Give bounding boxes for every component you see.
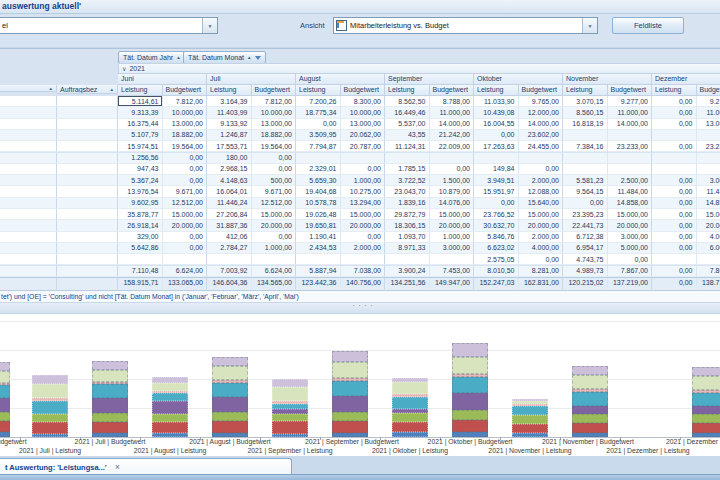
pivot-cell[interactable] xyxy=(652,130,697,141)
pivot-cell[interactable]: 8.971,33 xyxy=(385,243,430,254)
pivot-cell[interactable]: 146.604,36 xyxy=(207,278,252,290)
pivot-cell[interactable] xyxy=(207,254,252,265)
pivot-cell[interactable]: 15.000,00 xyxy=(163,209,208,220)
pivot-cell[interactable]: 12.000,00 xyxy=(519,107,564,118)
pivot-cell[interactable]: 2.329,01 xyxy=(296,164,341,175)
row-header-cell[interactable] xyxy=(0,220,57,231)
row-header-cell[interactable] xyxy=(57,96,118,107)
pivot-cell[interactable]: 3.509,95 xyxy=(296,130,341,141)
pivot-cell[interactable]: 0,00 xyxy=(252,232,297,243)
pivot-cell[interactable]: 5.659,30 xyxy=(296,175,341,186)
pivot-cell[interactable]: 16.004,55 xyxy=(474,119,519,130)
pivot-cell[interactable]: 5.114,61 xyxy=(118,96,163,107)
month-header[interactable]: August xyxy=(296,74,385,85)
chart-bar[interactable] xyxy=(152,377,188,437)
chart-bar[interactable] xyxy=(572,366,608,437)
pivot-cell[interactable]: 500,00 xyxy=(252,175,297,186)
measure-header[interactable]: Budgetwert xyxy=(519,85,564,96)
row-header-cell[interactable] xyxy=(57,141,118,152)
pivot-cell[interactable]: 19.564,00 xyxy=(163,141,208,152)
row-header-cell[interactable] xyxy=(0,164,57,175)
pivot-cell[interactable]: 10.000,00 xyxy=(341,107,386,118)
pivot-cell[interactable]: 20.062,00 xyxy=(341,130,386,141)
month-header[interactable]: September xyxy=(385,74,474,85)
pivot-cell[interactable]: 10.439,08 xyxy=(474,107,519,118)
pivot-cell[interactable]: 0,00 xyxy=(296,119,341,130)
pivot-cell[interactable]: 2.434,53 xyxy=(296,243,341,254)
pivot-cell[interactable]: 7.110,48 xyxy=(118,266,163,277)
pivot-cell[interactable] xyxy=(385,153,430,164)
pivot-cell[interactable]: 30.632,70 xyxy=(474,220,519,231)
pivot-cell[interactable]: 20.000,00 xyxy=(430,220,475,231)
pivot-cell[interactable]: 10.275,00 xyxy=(341,186,386,197)
row-header-cell[interactable] xyxy=(0,209,57,220)
measure-header[interactable]: Budgetwert xyxy=(430,85,475,96)
pivot-cell[interactable]: 8.300,00 xyxy=(341,96,386,107)
pivot-cell[interactable]: 7.038,00 xyxy=(341,266,386,277)
row-header-cell[interactable] xyxy=(0,153,57,164)
pivot-cell[interactable]: 19.564,00 xyxy=(252,141,297,152)
pivot-cell[interactable]: 1.190,41 xyxy=(296,232,341,243)
pivot-cell[interactable]: 9.277,00 xyxy=(608,96,653,107)
measure-header[interactable]: Budgetwert xyxy=(697,85,720,96)
pivot-cell[interactable] xyxy=(430,153,475,164)
row-header-cell[interactable] xyxy=(0,130,57,141)
pivot-cell[interactable]: 0,00 xyxy=(563,198,608,209)
pivot-cell[interactable]: 13.976,54 xyxy=(118,186,163,197)
pivot-cell[interactable]: 15.000,00 xyxy=(430,209,475,220)
pivot-cell[interactable]: 23.395,23 xyxy=(563,209,608,220)
filter-bar[interactable]: tet') und [OE] = 'Consulting' und nicht … xyxy=(0,290,720,303)
pivot-cell[interactable]: 15.000,00 xyxy=(252,209,297,220)
pivot-cell[interactable]: 9.671,00 xyxy=(163,186,208,197)
pivot-cell[interactable]: 180,00 xyxy=(207,153,252,164)
pivot-cell[interactable]: 162.831,00 xyxy=(519,278,564,290)
pivot-cell[interactable]: 0,00 xyxy=(652,266,697,277)
pivot-cell[interactable]: 6.000,00 xyxy=(697,243,720,254)
pivot-cell[interactable]: 0,00 xyxy=(163,232,208,243)
pivot-cell[interactable]: 3.000,00 xyxy=(608,232,653,243)
pivot-cell[interactable] xyxy=(608,153,653,164)
pivot-cell[interactable]: 149.947,00 xyxy=(430,278,475,290)
pivot-cell[interactable]: 5.000,00 xyxy=(608,243,653,254)
pivot-cell[interactable]: 3.949,51 xyxy=(474,175,519,186)
pivot-cell[interactable]: 120.215,02 xyxy=(563,278,608,290)
pivot-cell[interactable]: 20.000,00 xyxy=(163,220,208,231)
row-header-cell[interactable] xyxy=(57,164,118,175)
row-header-cell[interactable] xyxy=(0,232,57,243)
pivot-cell[interactable]: 14.858,00 xyxy=(608,198,653,209)
pivot-cell[interactable]: 0,00 xyxy=(474,130,519,141)
pivot-cell[interactable]: 0,00 xyxy=(163,243,208,254)
pivot-cell[interactable]: 2.784,27 xyxy=(207,243,252,254)
pivot-cell[interactable]: 13.000,00 xyxy=(252,119,297,130)
pivot-cell[interactable] xyxy=(163,254,208,265)
pivot-cell[interactable]: 14.000,00 xyxy=(430,119,475,130)
row-header-cell[interactable] xyxy=(0,278,57,290)
pivot-cell[interactable]: 0,00 xyxy=(652,278,697,290)
pivot-cell[interactable]: 0,00 xyxy=(341,164,386,175)
pivot-cell[interactable]: 7.812,00 xyxy=(252,96,297,107)
pivot-cell[interactable]: 13.000,00 xyxy=(163,119,208,130)
measure-header[interactable]: Leistung xyxy=(385,85,430,96)
measure-header[interactable]: Leistung xyxy=(563,85,608,96)
pivot-cell[interactable]: 7.867,00 xyxy=(608,266,653,277)
month-header[interactable]: Dezember xyxy=(652,74,720,85)
pivot-cell[interactable]: 5.846,76 xyxy=(474,232,519,243)
pivot-cell[interactable]: 10.000,00 xyxy=(163,107,208,118)
row-header-cell[interactable] xyxy=(57,266,118,277)
chart-bar[interactable] xyxy=(512,399,548,437)
pivot-cell[interactable]: 3.000,00 xyxy=(697,175,720,186)
row-header-cell[interactable] xyxy=(57,153,118,164)
pivot-cell[interactable]: 18.882,00 xyxy=(252,130,297,141)
pivot-cell[interactable] xyxy=(697,153,720,164)
pivot-cell[interactable]: 5.367,24 xyxy=(118,175,163,186)
pivot-cell[interactable]: 18.306,15 xyxy=(385,220,430,231)
pivot-cell[interactable] xyxy=(519,153,564,164)
row-header-cell[interactable] xyxy=(57,107,118,118)
splitter-handle[interactable]: ···· xyxy=(0,303,720,314)
pivot-cell[interactable]: 15.640,00 xyxy=(519,198,564,209)
pivot-cell[interactable] xyxy=(430,254,475,265)
pivot-cell[interactable]: 1.246,87 xyxy=(207,130,252,141)
pivot-cell[interactable]: 22.441,73 xyxy=(563,220,608,231)
pivot-cell[interactable]: 5.642,86 xyxy=(118,243,163,254)
pivot-cell[interactable]: 19.026,48 xyxy=(296,209,341,220)
